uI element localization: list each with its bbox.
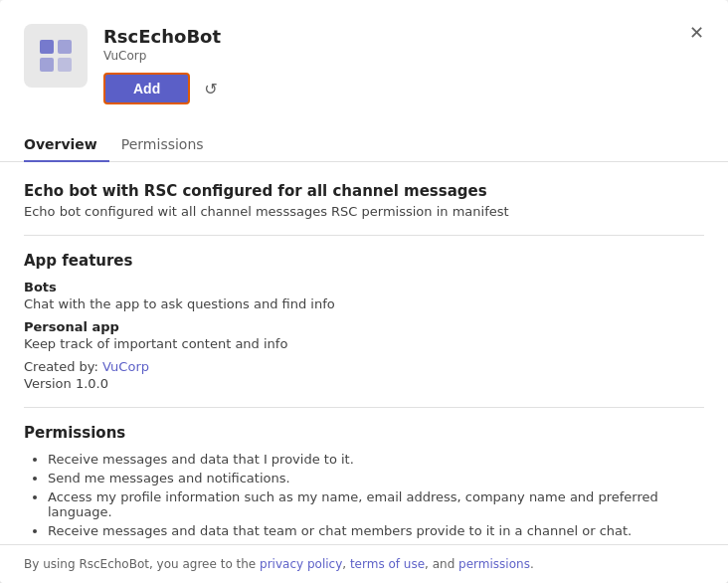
version-text: Version 1.0.0	[24, 376, 704, 391]
app-company: VuCorp	[103, 49, 704, 63]
footer: By using RscEchoBot, you agree to the pr…	[0, 544, 728, 583]
close-button[interactable]: ✕	[685, 20, 708, 46]
svg-rect-0	[40, 40, 54, 54]
main-title-section: Echo bot with RSC configured for all cha…	[24, 182, 704, 219]
footer-sep2: , and	[425, 557, 458, 571]
created-by-link[interactable]: VuCorp	[102, 359, 149, 374]
more-options-icon[interactable]: ↺	[200, 76, 221, 102]
modal-header: RscEchoBot VuCorp Add ↺	[0, 0, 728, 104]
feature-bots: Bots Chat with the app to ask questions …	[24, 280, 704, 311]
list-item: Receive messages and data that I provide…	[48, 452, 704, 467]
modal-container: ✕ RscEchoBot VuCorp Add ↺ Overview Permi…	[0, 0, 728, 583]
features-heading: App features	[24, 252, 704, 270]
feature-personal-app: Personal app Keep track of important con…	[24, 319, 704, 351]
svg-rect-3	[58, 58, 72, 72]
terms-of-use-link[interactable]: terms of use	[350, 557, 425, 571]
footer-sep1: ,	[342, 557, 350, 571]
svg-rect-2	[40, 58, 54, 72]
main-desc: Echo bot configured wit all channel mess…	[24, 204, 704, 219]
app-features-section: App features Bots Chat with the app to a…	[24, 252, 704, 391]
footer-suffix: .	[530, 557, 534, 571]
feature-personal-desc: Keep track of important content and info	[24, 336, 704, 351]
app-name: RscEchoBot	[103, 26, 704, 47]
add-button[interactable]: Add	[103, 73, 190, 104]
svg-rect-1	[58, 40, 72, 54]
permissions-heading: Permissions	[24, 424, 704, 442]
footer-prefix: By using RscEchoBot, you agree to the	[24, 557, 260, 571]
list-item: Receive messages and data that team or c…	[48, 523, 704, 538]
content-area: Echo bot with RSC configured for all cha…	[0, 162, 728, 544]
permissions-section: Permissions Receive messages and data th…	[24, 424, 704, 538]
divider-2	[24, 407, 704, 408]
feature-personal-label: Personal app	[24, 319, 704, 334]
feature-bots-label: Bots	[24, 280, 704, 294]
divider-1	[24, 235, 704, 236]
app-info: RscEchoBot VuCorp Add ↺	[103, 24, 704, 104]
privacy-policy-link[interactable]: privacy policy	[260, 557, 342, 571]
list-item: Send me messages and notifications.	[48, 471, 704, 486]
header-actions: Add ↺	[103, 73, 704, 104]
created-by: Created by: VuCorp	[24, 359, 704, 374]
app-icon	[24, 24, 88, 88]
feature-bots-desc: Chat with the app to ask questions and f…	[24, 296, 704, 311]
main-title: Echo bot with RSC configured for all cha…	[24, 182, 704, 200]
tab-permissions[interactable]: Permissions	[109, 128, 216, 162]
permissions-link[interactable]: permissions	[458, 557, 530, 571]
tabs-bar: Overview Permissions	[0, 112, 728, 162]
list-item: Access my profile information such as my…	[48, 489, 704, 519]
tab-overview[interactable]: Overview	[24, 128, 109, 162]
app-logo-icon	[38, 38, 74, 74]
permissions-list: Receive messages and data that I provide…	[24, 452, 704, 538]
